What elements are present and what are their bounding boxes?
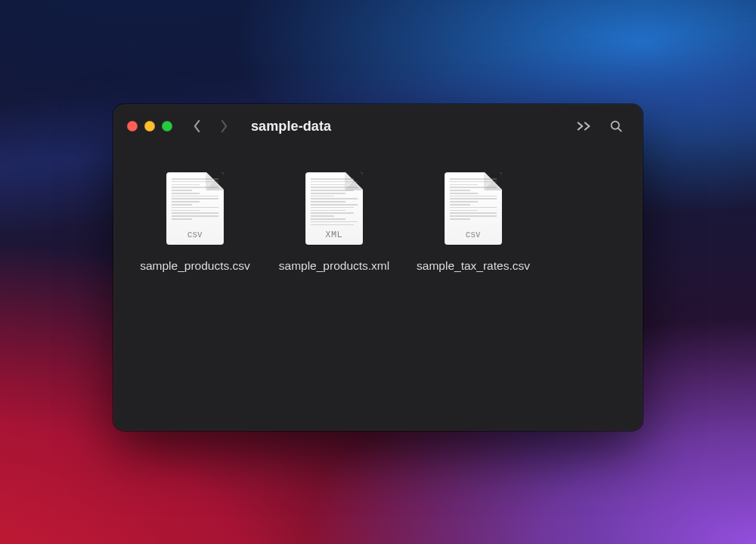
close-window-button[interactable] [127,121,138,131]
search-button[interactable] [603,114,629,138]
file-icon-grid: csv sample_products.csv XML sample_produ… [113,148,643,288]
file-type-badge: csv [166,229,224,240]
window-titlebar[interactable]: sample-data [113,104,643,148]
file-name-label: sample_products.csv [140,258,250,274]
nav-forward-button[interactable] [213,114,234,138]
file-item[interactable]: csv sample_products.csv [127,171,263,274]
chevron-double-right-icon [576,121,593,131]
document-icon: XML [305,172,363,245]
search-icon [609,119,624,134]
document-icon: csv [166,172,224,245]
file-type-badge: XML [305,230,363,240]
chevron-right-icon [220,119,228,133]
window-title: sample-data [251,119,331,134]
file-name-label: sample_products.xml [279,258,389,274]
file-name-label: sample_tax_rates.csv [417,258,530,274]
file-item[interactable]: XML sample_products.xml [266,171,402,274]
document-icon: csv [445,172,502,245]
nav-back-button[interactable] [186,114,207,138]
file-icon: csv [438,171,508,246]
file-item[interactable]: csv sample_tax_rates.csv [405,171,541,274]
file-icon: XML [299,171,369,246]
finder-window: sample-data csv sample_products.csv [113,104,643,431]
file-type-badge: csv [445,229,502,240]
toolbar-overflow-button[interactable] [572,114,597,138]
file-icon: csv [160,171,230,246]
zoom-window-button[interactable] [162,121,172,131]
chevron-left-icon [193,119,201,133]
minimize-window-button[interactable] [144,121,155,131]
window-controls [127,121,172,131]
